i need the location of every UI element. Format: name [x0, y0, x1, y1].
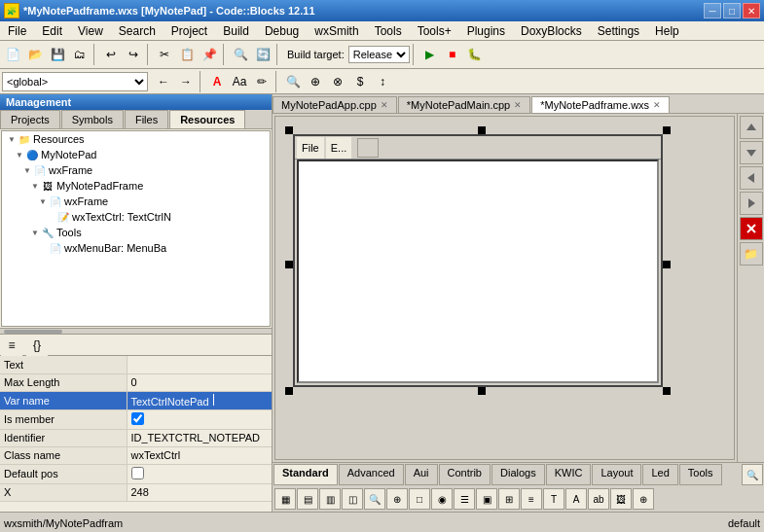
replace-button[interactable]: 🔄: [252, 44, 273, 65]
menu-plugins[interactable]: Plugins: [459, 22, 513, 40]
tree-item-textctrl[interactable]: 📝 wxTextCtrl: TextCtrlN: [2, 209, 270, 225]
frame-edit-btn[interactable]: E...: [326, 137, 352, 159]
tree-item-tools[interactable]: ▼ 🔧 Tools: [2, 225, 270, 240]
bt-btn-5[interactable]: 🔍: [364, 488, 385, 510]
btab-tools[interactable]: Tools: [679, 464, 722, 485]
expand-wxframe1[interactable]: ▼: [21, 164, 33, 176]
bt-btn-6[interactable]: ⊕: [386, 488, 408, 510]
tree-item-resources[interactable]: ▼ 📁 Resources: [2, 131, 270, 147]
btab-layout[interactable]: Layout: [592, 464, 641, 485]
btab-dialogs[interactable]: Dialogs: [491, 464, 545, 485]
bt-btn-10[interactable]: ▣: [476, 488, 497, 510]
expand-menubar[interactable]: [37, 242, 49, 254]
expand-resources[interactable]: ▼: [6, 133, 18, 145]
prop-value-identifier[interactable]: ID_TEXTCTRL_NOTEPAD: [127, 429, 272, 446]
bt-btn-16[interactable]: 🖼: [610, 488, 632, 510]
bt-btn-2[interactable]: ▤: [297, 488, 318, 510]
save-all-button[interactable]: 🗂: [69, 44, 91, 65]
menu-build[interactable]: Build: [215, 22, 257, 40]
menu-search[interactable]: Search: [111, 22, 164, 40]
tb-extra4[interactable]: ↕: [372, 71, 393, 92]
cut-button[interactable]: ✂: [154, 44, 175, 65]
minimize-button[interactable]: ─: [704, 3, 721, 18]
tab-symbols[interactable]: Symbols: [61, 110, 124, 128]
menu-file[interactable]: File: [0, 22, 34, 40]
redo-button[interactable]: ↪: [123, 44, 144, 65]
scrollbar-right[interactable]: [655, 488, 671, 510]
menu-project[interactable]: Project: [164, 22, 215, 40]
tab-mynotepadframewxs[interactable]: *MyNotePadframe.wxs ✕: [531, 96, 670, 113]
bt-btn-4[interactable]: ◫: [342, 488, 363, 510]
prop-value-varname[interactable]: TextCtrlNotePad: [127, 391, 272, 409]
rs-up-btn[interactable]: [740, 116, 763, 139]
close-button[interactable]: ✕: [743, 3, 760, 18]
props-list-btn[interactable]: ≡: [1, 335, 22, 356]
bt-btn-13[interactable]: T: [543, 488, 564, 510]
tree-item-mynotepad[interactable]: ▼ 🔵 MyNotePad: [2, 147, 270, 162]
rs-right-btn[interactable]: [740, 192, 763, 215]
props-code-btn[interactable]: {}: [26, 335, 48, 356]
tab-close-mynotepadframewxs[interactable]: ✕: [653, 100, 661, 110]
tree-item-mynotepadeframe[interactable]: ▼ 🖼 MyNotePadFrame: [2, 178, 270, 194]
handle-bm[interactable]: [478, 387, 486, 395]
global-scope-select[interactable]: <global>: [2, 72, 148, 91]
tab-close-mynotepadapp[interactable]: ✕: [381, 100, 388, 110]
properties-scroll[interactable]: Text Max Length 0 Var name TextCtrlNoteP…: [0, 356, 272, 512]
handle-bl[interactable]: [285, 387, 293, 395]
prop-value-classname[interactable]: wxTextCtrl: [127, 446, 272, 464]
save-button[interactable]: 💾: [47, 44, 68, 65]
prop-value-maxlength[interactable]: 0: [127, 373, 272, 391]
tb-extra1[interactable]: ⊕: [305, 71, 326, 92]
handle-tr[interactable]: [663, 126, 671, 134]
tree-item-menubar[interactable]: 📄 wxMenuBar: MenuBa: [2, 240, 270, 256]
btab-kwic[interactable]: KWIC: [546, 464, 592, 485]
rs-delete-btn[interactable]: [740, 217, 763, 240]
bt-btn-17[interactable]: ⊕: [633, 488, 654, 510]
bt-btn-3[interactable]: ▥: [319, 488, 341, 510]
stop-button[interactable]: ■: [442, 44, 463, 65]
handle-ml[interactable]: [285, 261, 293, 268]
btab-led[interactable]: Led: [642, 464, 677, 485]
tree-item-wxframe-2[interactable]: ▼ 📄 wxFrame: [2, 194, 270, 209]
bt-btn-14[interactable]: A: [565, 488, 587, 510]
build-target-select[interactable]: Release Debug: [348, 46, 410, 63]
expand-textctrl[interactable]: [45, 211, 56, 223]
rs-down-btn[interactable]: [740, 141, 763, 164]
menu-view[interactable]: View: [70, 22, 111, 40]
aa-button[interactable]: Aa: [229, 71, 250, 92]
copy-button[interactable]: 📋: [176, 44, 198, 65]
btab-settings-btn[interactable]: 🔍: [742, 464, 763, 485]
menu-settings[interactable]: Settings: [590, 22, 647, 40]
bt-btn-12[interactable]: ≡: [521, 488, 542, 510]
tab-close-mynotepadmain[interactable]: ✕: [514, 100, 522, 110]
bt-btn-9[interactable]: ☰: [454, 488, 475, 510]
bt-btn-11[interactable]: ⊞: [498, 488, 520, 510]
zoom-in-button[interactable]: 🔍: [282, 71, 304, 92]
menu-debug[interactable]: Debug: [257, 22, 307, 40]
expand-mynotepad[interactable]: ▼: [14, 149, 25, 160]
paste-button[interactable]: 📌: [199, 44, 220, 65]
expand-mynotepadeframe[interactable]: ▼: [29, 180, 41, 192]
prop-value-text[interactable]: [127, 356, 272, 373]
expand-tools[interactable]: ▼: [29, 227, 41, 238]
new-button[interactable]: 📄: [2, 44, 23, 65]
debug-button[interactable]: 🐛: [464, 44, 486, 65]
textctrl-canvas[interactable]: [297, 160, 659, 383]
menu-tools[interactable]: Tools: [367, 22, 410, 40]
tb-extra3[interactable]: $: [349, 71, 371, 92]
undo-button[interactable]: ↩: [100, 44, 122, 65]
tb-extra2[interactable]: ⊗: [327, 71, 348, 92]
prop-value-defaultpos[interactable]: [127, 464, 272, 483]
tree-item-wxframe-1[interactable]: ▼ 📄 wxFrame: [2, 162, 270, 178]
menu-wxsmith[interactable]: wxSmith: [307, 22, 366, 40]
menu-help[interactable]: Help: [647, 22, 687, 40]
tab-mynotepadapp[interactable]: MyNotePadApp.cpp ✕: [273, 96, 397, 113]
handle-tm[interactable]: [478, 126, 486, 134]
bt-btn-8[interactable]: ◉: [431, 488, 453, 510]
frame-file-btn[interactable]: File: [297, 137, 324, 159]
edit-button[interactable]: ✏: [251, 71, 273, 92]
back-button[interactable]: ←: [153, 71, 174, 92]
handle-mr[interactable]: [663, 261, 671, 268]
forward-button[interactable]: →: [175, 71, 197, 92]
menu-tools-plus[interactable]: Tools+: [410, 22, 459, 40]
